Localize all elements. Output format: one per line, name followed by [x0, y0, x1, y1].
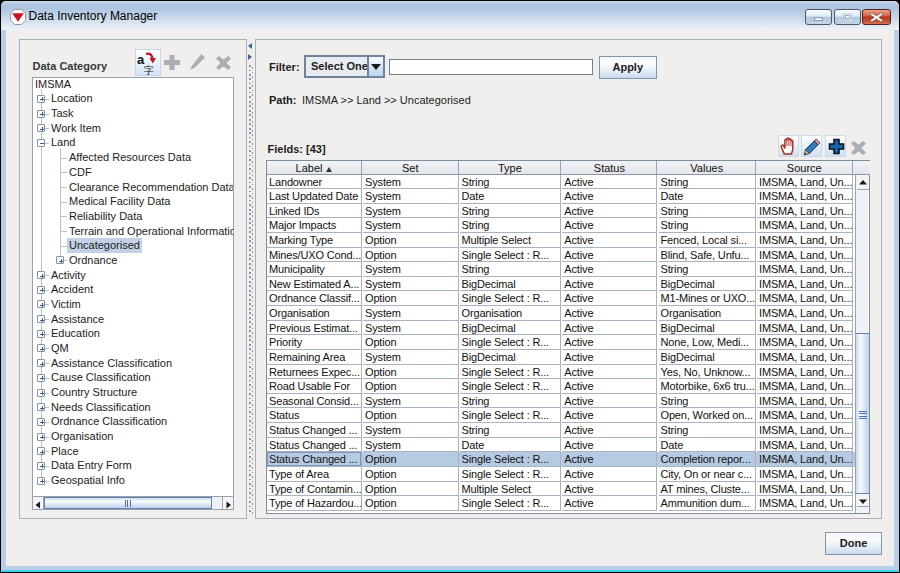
svg-text:字: 字	[144, 65, 154, 76]
